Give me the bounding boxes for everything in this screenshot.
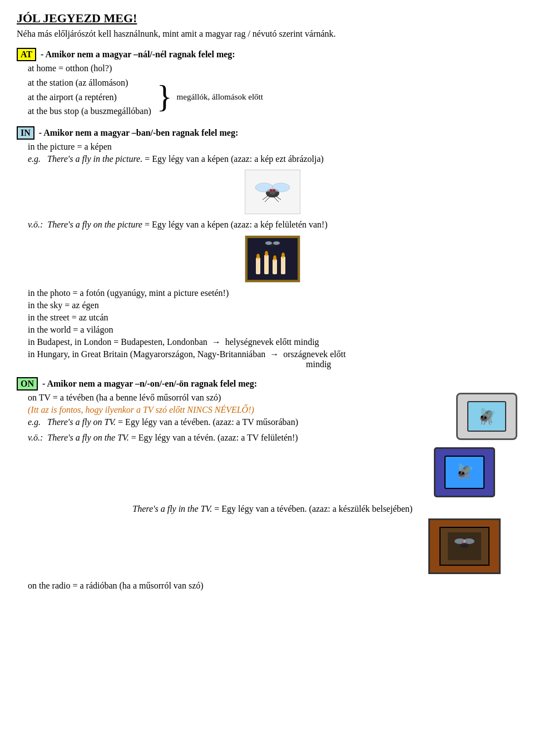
on-content: 🪰 on TV = a tévében (ha a benne lévő műs… bbox=[28, 393, 517, 591]
arrow1: → bbox=[212, 337, 221, 347]
at-header-text: - Amikor nem a magyar –nál/-nél ragnak f… bbox=[41, 50, 235, 59]
painting-svg bbox=[248, 238, 298, 280]
brace-label-text: megállók, állomások előtt bbox=[177, 92, 263, 102]
eg-label: e.g. bbox=[28, 154, 41, 164]
svg-point-25 bbox=[463, 538, 474, 544]
at-station: at the station (az állomáson) bbox=[28, 76, 151, 90]
brace-symbol: } bbox=[157, 81, 172, 113]
at-airport: at the airport (a reptéren) bbox=[28, 90, 151, 105]
fly-svg bbox=[250, 175, 295, 209]
in-sky-text: in the sky = az égen bbox=[28, 300, 99, 310]
svg-point-17 bbox=[273, 255, 276, 261]
in-sky: in the sky = az égen bbox=[28, 300, 517, 310]
on-eg-text: There's a fly on TV. bbox=[47, 417, 116, 427]
at-brace-group: at the station (az állomáson) at the air… bbox=[28, 76, 517, 118]
page-container: JÓL JEGYEZD MEG! Néha más előljárószót k… bbox=[17, 11, 517, 593]
on-section: ON - Amikor nem a magyar –n/-on/-en/-ön … bbox=[17, 377, 517, 593]
tv-screen-3 bbox=[439, 527, 490, 566]
in-street: in the street = az utcán bbox=[28, 313, 517, 323]
in-section: IN - Amikor nem a magyar –ban/-ben ragna… bbox=[17, 126, 517, 369]
on-note: (Itt az is fontos, hogy ilyenkor a TV sz… bbox=[28, 405, 517, 415]
svg-point-18 bbox=[281, 253, 285, 258]
on-vo-text: There's a fly on the TV. bbox=[47, 433, 129, 442]
tv3-container bbox=[28, 518, 501, 574]
in-vo: v.ö.: There's a fly on the picture = Egy… bbox=[28, 220, 517, 230]
at-section: AT - Amikor nem a magyar –nál/-nél ragna… bbox=[17, 48, 517, 118]
in-content: in the picture = a képen e.g. There's a … bbox=[28, 142, 517, 369]
in-photo-text: in the photo = a fotón (ugyanúgy, mint a… bbox=[28, 288, 229, 298]
at-home: at home = otthon (hol?) bbox=[28, 63, 517, 73]
vo-translation: = Egy légy van a képen (azaz: a kép felü… bbox=[145, 220, 328, 229]
svg-rect-12 bbox=[264, 255, 269, 274]
tv-box-2: 🪰 bbox=[434, 447, 495, 497]
on-radio: on the radio = a rádióban (ha a műsorról… bbox=[28, 581, 517, 591]
page-title: JÓL JEGYEZD MEG! bbox=[17, 11, 517, 26]
on-header-text: - Amikor nem a magyar –n/-on/-en/-ön rag… bbox=[42, 379, 257, 388]
at-section-header: AT - Amikor nem a magyar –nál/-nél ragna… bbox=[17, 48, 517, 61]
in-section-header: IN - Amikor nem a magyar –ban/-ben ragna… bbox=[17, 126, 517, 140]
svg-rect-14 bbox=[281, 256, 285, 274]
in-hungary-suffix: országnevek előtt bbox=[283, 349, 345, 359]
on-note-text: (Itt az is fontos, hogy ilyenkor a TV sz… bbox=[28, 405, 254, 414]
svg-point-9 bbox=[273, 189, 275, 191]
on-eg: e.g. There's a fly on TV. = Egy légy van… bbox=[28, 417, 517, 427]
at-bus-stop: at the bus stop (a buszmegállóban) bbox=[28, 104, 151, 118]
svg-point-20 bbox=[265, 241, 272, 245]
svg-point-15 bbox=[256, 254, 260, 259]
vo-label: v.ö.: bbox=[28, 220, 43, 229]
in-world: in the world = a világon bbox=[28, 325, 517, 335]
tv-box-3 bbox=[428, 518, 501, 574]
on-vo-translation: = Egy légy van a tévén. (azaz: a TV felü… bbox=[131, 433, 298, 442]
in-budapest: in Budapest, in London = Budapesten, Lon… bbox=[28, 337, 517, 347]
in-photo: in the photo = a fotón (ugyanúgy, mint a… bbox=[28, 288, 517, 298]
in-hungary-text: in Hungary, in Great Britain (Magyarorsz… bbox=[28, 349, 265, 359]
on-section-header: ON - Amikor nem a magyar –n/-on/-en/-ön … bbox=[17, 377, 517, 391]
tv-screen: 🪰 bbox=[467, 401, 506, 432]
at-brace-lines: at the station (az állomáson) at the air… bbox=[28, 76, 151, 118]
in-street-text: in the street = az utcán bbox=[28, 313, 108, 322]
tv-box: 🪰 bbox=[456, 393, 517, 440]
tv2-container: 🪰 bbox=[28, 447, 495, 497]
in-eg: e.g. There's a fly in the picture. = Egy… bbox=[28, 154, 517, 164]
in-budapest-suffix: helységnevek előtt mindig bbox=[225, 337, 319, 347]
fly-image bbox=[245, 170, 300, 214]
on-radio-text: on the radio = a rádióban (ha a műsorról… bbox=[28, 581, 204, 590]
svg-rect-11 bbox=[256, 258, 260, 274]
at-label: AT bbox=[17, 48, 36, 61]
in-header-text: - Amikor nem a magyar –ban/-ben ragnak f… bbox=[39, 128, 239, 137]
svg-point-21 bbox=[273, 241, 280, 245]
in-the-tv: There's a fly in the TV. = Egy légy van … bbox=[28, 504, 517, 514]
in-label: IN bbox=[17, 126, 34, 140]
tv-image-right: 🪰 bbox=[456, 393, 517, 440]
at-content: at home = otthon (hol?) at the station (… bbox=[28, 63, 517, 118]
tv-screen-2: 🪰 bbox=[444, 456, 484, 489]
on-eg-label: e.g. bbox=[28, 417, 41, 427]
painting-image bbox=[245, 235, 300, 283]
in-picture: in the picture = a képen bbox=[28, 142, 517, 152]
in-world-text: in the world = a világon bbox=[28, 325, 113, 334]
svg-point-27 bbox=[466, 542, 467, 544]
in-hungary: in Hungary, in Great Britain (Magyarorsz… bbox=[28, 349, 517, 369]
subtitle: Néha más előljárószót kell használnunk, … bbox=[17, 29, 517, 39]
on-tv: on TV = a tévében (ha a benne lévő műsor… bbox=[28, 393, 517, 403]
svg-point-8 bbox=[270, 189, 272, 191]
in-budapest-text: in Budapest, in London = Budapesten, Lon… bbox=[28, 337, 207, 347]
fly-image-container bbox=[28, 170, 517, 214]
fly-in-tv-svg bbox=[448, 532, 481, 560]
arrow2: → bbox=[270, 349, 279, 359]
on-label: ON bbox=[17, 377, 38, 391]
on-vo: v.ö.: There's a fly on the TV. = Egy lég… bbox=[28, 433, 517, 443]
on-eg-translation: = Egy légy van a tévében. (azaz: a TV mű… bbox=[118, 417, 298, 427]
on-vo-label: v.ö.: bbox=[28, 433, 43, 442]
painting-image-container bbox=[28, 235, 517, 283]
svg-rect-13 bbox=[273, 259, 277, 274]
vo-text: There's a fly on the picture bbox=[47, 220, 142, 229]
eg-translation: = Egy légy van a képen (azaz: a kép ezt … bbox=[145, 154, 324, 164]
mindig-text: mindig bbox=[306, 359, 331, 369]
svg-point-26 bbox=[462, 542, 464, 544]
eg-text: There's a fly in the picture. bbox=[47, 154, 142, 164]
svg-point-16 bbox=[265, 251, 268, 256]
